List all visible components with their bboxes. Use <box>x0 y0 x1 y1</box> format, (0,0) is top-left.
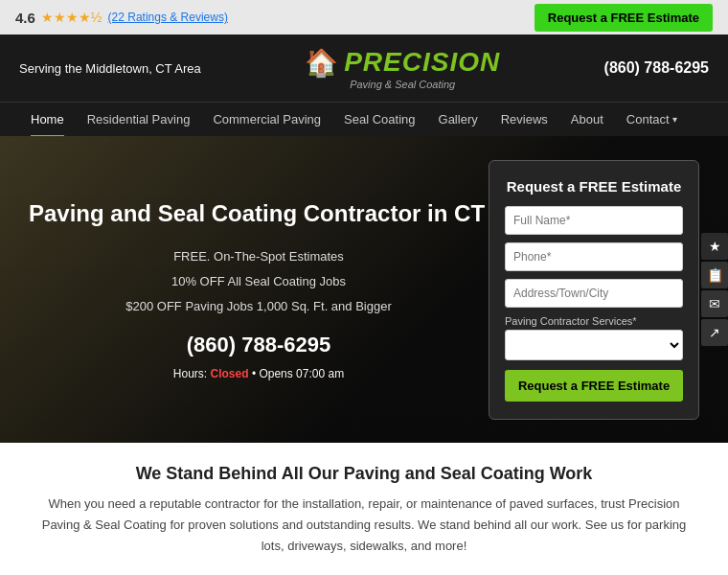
hero-section: Paving and Seal Coating Contractor in CT… <box>0 136 728 443</box>
services-select[interactable]: Residential Paving Commercial Paving Sea… <box>505 330 683 360</box>
bottom-section: We Stand Behind All Our Paving and Seal … <box>0 443 728 575</box>
rating-section: 4.6 ★★★★½ (22 Ratings & Reviews) <box>15 10 228 26</box>
address-input[interactable] <box>505 279 683 308</box>
full-name-input[interactable] <box>505 206 683 235</box>
bottom-text: When you need a reputable contractor for… <box>38 494 690 557</box>
rating-number: 4.6 <box>15 10 35 26</box>
header: Serving the Middletown, CT Area 🏠 PRECIS… <box>0 34 728 102</box>
nav-item-home[interactable]: Home <box>19 103 76 137</box>
hero-title: Paving and Seal Coating Contractor in CT <box>29 198 489 228</box>
header-phone: (860) 788-6295 <box>604 59 709 77</box>
nav-item-reviews[interactable]: Reviews <box>489 103 559 137</box>
nav-item-residential[interactable]: Residential Paving <box>76 103 202 137</box>
share-button[interactable]: ↗ <box>701 319 728 346</box>
estimate-form: Request a FREE Estimate Paving Contracto… <box>489 160 699 420</box>
contact-dropdown-arrow: ▾ <box>672 114 677 125</box>
top-bar: 4.6 ★★★★½ (22 Ratings & Reviews) Request… <box>0 0 728 34</box>
navigation: Home Residential Paving Commercial Pavin… <box>0 102 728 136</box>
logo-icon: 🏠 <box>305 47 338 79</box>
status-badge: Closed <box>211 367 249 380</box>
phone-input[interactable] <box>505 242 683 271</box>
nav-item-contact[interactable]: Contact ▾ <box>615 103 689 137</box>
nav-item-gallery[interactable]: Gallery <box>427 103 489 137</box>
hero-phone: (860) 788-6295 <box>29 333 489 357</box>
serving-text: Serving the Middletown, CT Area <box>19 61 201 76</box>
logo-text: PRECISION <box>344 47 500 78</box>
quote-button[interactable]: 📋 <box>701 262 728 288</box>
nav-item-commercial[interactable]: Commercial Paving <box>201 103 332 137</box>
hero-bullets: FREE. On-The-Spot Estimates 10% OFF All … <box>29 244 489 319</box>
form-title: Request a FREE Estimate <box>505 178 683 195</box>
hours-suffix: • Opens 07:00 am <box>252 367 344 380</box>
nav-item-seal[interactable]: Seal Coating <box>332 103 426 137</box>
reviews-link[interactable]: (22 Ratings & Reviews) <box>108 11 228 24</box>
hours-label: Hours: <box>173 367 207 380</box>
logo-subtitle: Paving & Seal Coating <box>350 79 455 90</box>
form-submit-button[interactable]: Request a FREE Estimate <box>505 370 683 402</box>
favorites-button[interactable]: ★ <box>701 233 728 260</box>
bottom-title: We Stand Behind All Our Paving and Seal … <box>29 464 699 484</box>
services-label: Paving Contractor Services* <box>505 315 683 327</box>
bullet-2: 10% OFF All Seal Coating Jobs <box>29 269 489 294</box>
hero-hours: Hours: Closed • Opens 07:00 am <box>29 367 489 380</box>
bullet-3: $200 OFF Paving Jobs 1,000 Sq. Ft. and B… <box>29 294 489 319</box>
side-buttons: ★ 📋 ✉ ↗ <box>701 233 728 346</box>
email-button[interactable]: ✉ <box>701 290 728 317</box>
top-cta-button[interactable]: Request a FREE Estimate <box>535 4 713 32</box>
logo[interactable]: 🏠 PRECISION Paving & Seal Coating <box>305 47 500 90</box>
nav-item-about[interactable]: About <box>559 103 615 137</box>
bullet-1: FREE. On-The-Spot Estimates <box>29 244 489 269</box>
stars-display: ★★★★½ <box>41 10 102 25</box>
hero-content: Paving and Seal Coating Contractor in CT… <box>29 198 489 380</box>
